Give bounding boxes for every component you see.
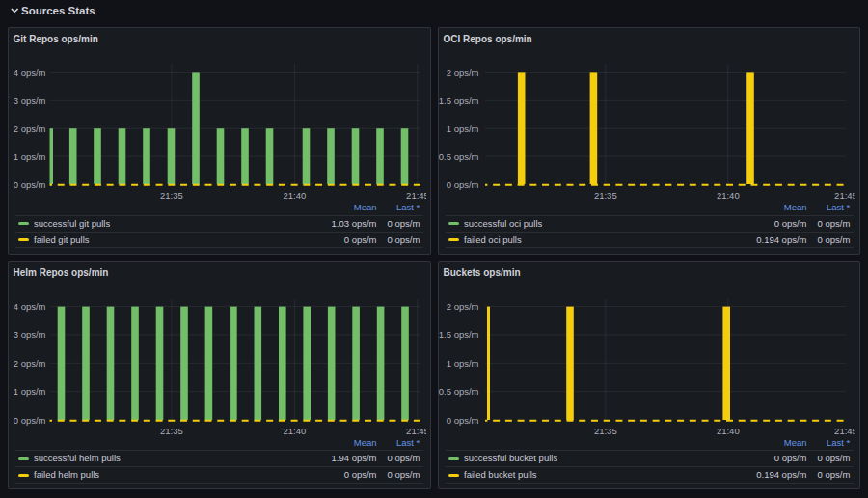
svg-text:21:40: 21:40: [284, 190, 307, 201]
svg-text:0 ops/m: 0 ops/m: [447, 415, 479, 426]
svg-text:1 ops/m: 1 ops/m: [447, 124, 479, 134]
svg-text:4 ops/m: 4 ops/m: [14, 68, 46, 78]
svg-text:0.5 ops/m: 0.5 ops/m: [439, 152, 479, 162]
svg-text:0 ops/m: 0 ops/m: [14, 415, 46, 426]
svg-text:2 ops/m: 2 ops/m: [14, 358, 46, 369]
svg-text:4 ops/m: 4 ops/m: [14, 301, 46, 312]
svg-text:0.5 ops/m: 0.5 ops/m: [439, 386, 479, 397]
svg-text:21:35: 21:35: [160, 190, 183, 201]
svg-text:0 ops/m: 0 ops/m: [447, 180, 479, 190]
svg-text:0 ops/m: 0 ops/m: [14, 180, 46, 190]
svg-text:21:40: 21:40: [717, 190, 740, 201]
svg-text:21:35: 21:35: [594, 190, 617, 201]
svg-text:1 ops/m: 1 ops/m: [14, 152, 46, 162]
svg-text:2 ops/m: 2 ops/m: [447, 301, 479, 312]
svg-text:1.5 ops/m: 1.5 ops/m: [439, 96, 479, 106]
svg-text:21:35: 21:35: [160, 426, 183, 436]
svg-text:21:35: 21:35: [594, 426, 617, 436]
svg-text:3 ops/m: 3 ops/m: [14, 96, 46, 106]
svg-text:3 ops/m: 3 ops/m: [14, 329, 46, 340]
svg-text:1.5 ops/m: 1.5 ops/m: [439, 329, 479, 340]
svg-text:21:40: 21:40: [717, 426, 740, 436]
svg-text:2 ops/m: 2 ops/m: [447, 68, 479, 78]
svg-text:2 ops/m: 2 ops/m: [14, 124, 46, 134]
svg-text:21:40: 21:40: [284, 426, 307, 436]
svg-text:1 ops/m: 1 ops/m: [14, 386, 46, 397]
svg-text:1 ops/m: 1 ops/m: [447, 358, 479, 369]
